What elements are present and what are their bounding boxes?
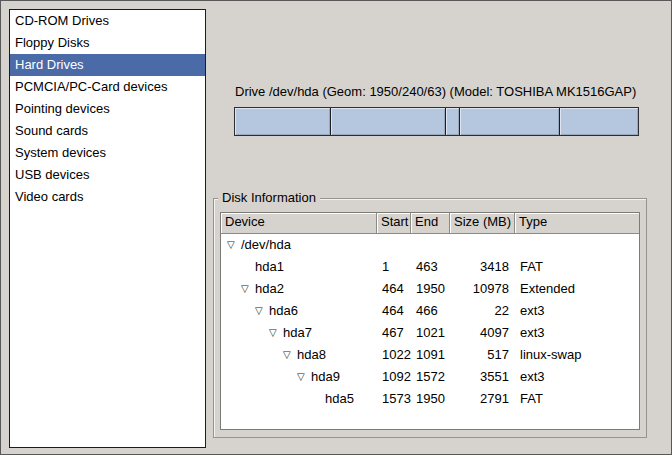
column-header-start[interactable]: Start bbox=[377, 213, 411, 234]
drive-title: Drive /dev/hda (Geom: 1950/240/63) (Mode… bbox=[235, 84, 641, 99]
size-cell: 4097 bbox=[450, 322, 515, 344]
partition-segment-hda8 bbox=[446, 108, 460, 135]
type-cell bbox=[515, 234, 639, 256]
disk-information-frame: Disk Information DeviceStartEndSize (MB)… bbox=[213, 198, 647, 438]
table-row[interactable]: hda5157319502791FAT bbox=[221, 388, 639, 410]
partition-segment-hda5 bbox=[560, 108, 638, 135]
type-cell: ext3 bbox=[515, 322, 639, 344]
device-name: hda5 bbox=[325, 388, 354, 410]
size-cell: 3418 bbox=[450, 256, 515, 278]
sidebar-item-pcmcia-pc-card-devices[interactable]: PCMCIA/PC-Card devices bbox=[10, 76, 205, 98]
device-cell: ▽hda8 bbox=[221, 344, 377, 366]
table-row[interactable]: ▽hda9109215723551ext3 bbox=[221, 366, 639, 388]
type-cell: ext3 bbox=[515, 300, 639, 322]
table-row[interactable]: ▽hda2464195010978Extended bbox=[221, 278, 639, 300]
end-cell: 1091 bbox=[411, 344, 450, 366]
start-cell: 464 bbox=[377, 300, 411, 322]
table-row[interactable]: ▽hda746710214097ext3 bbox=[221, 322, 639, 344]
device-category-list: CD-ROM DrivesFloppy DisksHard DrivesPCMC… bbox=[9, 9, 206, 448]
column-header-size-mb-[interactable]: Size (MB) bbox=[450, 213, 515, 234]
partition-segment-hda9 bbox=[460, 108, 559, 135]
start-cell: 1 bbox=[377, 256, 411, 278]
column-header-end[interactable]: End bbox=[411, 213, 450, 234]
expander-icon[interactable]: ▽ bbox=[241, 278, 255, 300]
partition-bar bbox=[234, 107, 639, 136]
disk-table-body: ▽/dev/hdahda114633418FAT▽hda246419501097… bbox=[221, 234, 639, 410]
end-cell: 1950 bbox=[411, 278, 450, 300]
end-cell: 463 bbox=[411, 256, 450, 278]
disk-information-label: Disk Information bbox=[218, 190, 320, 206]
partition-segment-hda7 bbox=[331, 108, 446, 135]
start-cell: 467 bbox=[377, 322, 411, 344]
device-cell: ▽/dev/hda bbox=[221, 234, 377, 256]
device-cell: ▽hda9 bbox=[221, 366, 377, 388]
device-name: hda7 bbox=[283, 322, 312, 344]
start-cell: 1092 bbox=[377, 366, 411, 388]
device-cell: hda5 bbox=[221, 388, 377, 410]
table-row[interactable]: ▽/dev/hda bbox=[221, 234, 639, 256]
device-cell: ▽hda2 bbox=[221, 278, 377, 300]
table-row[interactable]: hda114633418FAT bbox=[221, 256, 639, 278]
column-header-device[interactable]: Device bbox=[221, 213, 377, 234]
size-cell: 2791 bbox=[450, 388, 515, 410]
end-cell: 1950 bbox=[411, 388, 450, 410]
start-cell bbox=[377, 234, 411, 256]
end-cell: 1572 bbox=[411, 366, 450, 388]
device-name: hda8 bbox=[297, 344, 326, 366]
type-cell: ext3 bbox=[515, 366, 639, 388]
size-cell: 517 bbox=[450, 344, 515, 366]
size-cell: 3551 bbox=[450, 366, 515, 388]
type-cell: Extended bbox=[515, 278, 639, 300]
device-name: hda2 bbox=[255, 278, 284, 300]
device-name: hda6 bbox=[269, 300, 298, 322]
end-cell: 1021 bbox=[411, 322, 450, 344]
end-cell: 466 bbox=[411, 300, 450, 322]
sidebar-item-pointing-devices[interactable]: Pointing devices bbox=[10, 98, 205, 120]
sidebar-item-system-devices[interactable]: System devices bbox=[10, 142, 205, 164]
partition-segment-hda1 bbox=[235, 108, 331, 135]
sidebar-item-hard-drives[interactable]: Hard Drives bbox=[10, 54, 205, 76]
table-row[interactable]: ▽hda810221091517linux-swap bbox=[221, 344, 639, 366]
expander-icon[interactable]: ▽ bbox=[269, 322, 283, 344]
device-cell: ▽hda7 bbox=[221, 322, 377, 344]
start-cell: 1573 bbox=[377, 388, 411, 410]
start-cell: 464 bbox=[377, 278, 411, 300]
disk-table: DeviceStartEndSize (MB)Type ▽/dev/hdahda… bbox=[220, 212, 640, 430]
size-cell bbox=[450, 234, 515, 256]
device-name: hda9 bbox=[311, 366, 340, 388]
start-cell: 1022 bbox=[377, 344, 411, 366]
column-header-type[interactable]: Type bbox=[515, 213, 639, 234]
device-cell: hda1 bbox=[221, 256, 377, 278]
expander-icon[interactable]: ▽ bbox=[283, 344, 297, 366]
expander-icon[interactable]: ▽ bbox=[297, 366, 311, 388]
type-cell: linux-swap bbox=[515, 344, 639, 366]
expander-icon[interactable]: ▽ bbox=[255, 300, 269, 322]
size-cell: 22 bbox=[450, 300, 515, 322]
sidebar-item-video-cards[interactable]: Video cards bbox=[10, 186, 205, 208]
expander-icon[interactable]: ▽ bbox=[227, 234, 241, 256]
table-row[interactable]: ▽hda646446622ext3 bbox=[221, 300, 639, 322]
type-cell: FAT bbox=[515, 388, 639, 410]
device-name: hda1 bbox=[255, 256, 284, 278]
hardware-browser-window: CD-ROM DrivesFloppy DisksHard DrivesPCMC… bbox=[0, 0, 672, 455]
disk-table-header: DeviceStartEndSize (MB)Type bbox=[221, 213, 639, 234]
device-name: /dev/hda bbox=[241, 234, 291, 256]
size-cell: 10978 bbox=[450, 278, 515, 300]
type-cell: FAT bbox=[515, 256, 639, 278]
end-cell bbox=[411, 234, 450, 256]
sidebar-item-floppy-disks[interactable]: Floppy Disks bbox=[10, 32, 205, 54]
device-cell: ▽hda6 bbox=[221, 300, 377, 322]
sidebar-item-usb-devices[interactable]: USB devices bbox=[10, 164, 205, 186]
sidebar-item-sound-cards[interactable]: Sound cards bbox=[10, 120, 205, 142]
sidebar-item-cd-rom-drives[interactable]: CD-ROM Drives bbox=[10, 10, 205, 32]
